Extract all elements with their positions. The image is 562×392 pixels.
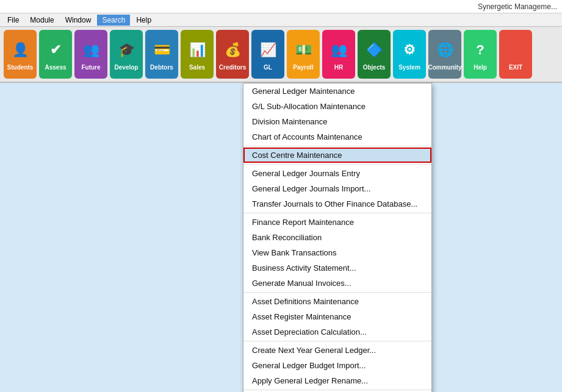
dropdown-item-business-activity[interactable]: Business Activity Statement... xyxy=(243,260,431,276)
sales-icon: 📊 xyxy=(186,38,209,62)
hr-label: HR xyxy=(334,64,343,71)
payroll-icon: 💵 xyxy=(292,38,315,62)
dropdown-item-gl-maintenance[interactable]: General Ledger Maintenance xyxy=(243,84,431,99)
dropdown-item-asset-register[interactable]: Asset Register Maintenance xyxy=(243,309,431,324)
dropdown-item-asset-def[interactable]: Asset Definitions Maintenance xyxy=(243,294,431,309)
toolbar-btn-develop[interactable]: 🎓Develop xyxy=(110,30,143,79)
payroll-label: Payroll xyxy=(293,64,313,71)
hr-icon: 👥 xyxy=(327,38,350,62)
menu-item-file[interactable]: File xyxy=(2,15,24,26)
system-icon: ⚙ xyxy=(398,38,421,62)
menu-bar: FileModuleWindowSearchHelp xyxy=(0,13,562,27)
develop-label: Develop xyxy=(115,64,139,71)
dropdown-separator xyxy=(243,292,431,293)
future-label: Future xyxy=(81,64,100,71)
toolbar-btn-system[interactable]: ⚙System xyxy=(393,30,426,79)
community-label: Community xyxy=(428,64,462,71)
dropdown-separator xyxy=(243,146,431,146)
dropdown-item-division-maint[interactable]: Division Maintenance xyxy=(243,114,431,129)
main-content: General Ledger MaintenanceG/L Sub-Alloca… xyxy=(0,83,562,392)
gl-label: GL xyxy=(264,64,272,71)
assess-icon: ✔ xyxy=(44,38,67,62)
students-icon: 👤 xyxy=(9,38,32,62)
exit-icon xyxy=(504,38,527,62)
toolbar-btn-hr[interactable]: 👥HR xyxy=(322,30,355,79)
dropdown-separator xyxy=(243,390,431,390)
develop-icon: 🎓 xyxy=(115,38,138,62)
dropdown-item-manual-invoices[interactable]: Generate Manual Invoices... xyxy=(243,276,431,291)
toolbar-btn-payroll[interactable]: 💵Payroll xyxy=(287,30,320,79)
dropdown-separator xyxy=(243,213,431,213)
title-bar: Synergetic Manageme... xyxy=(0,0,562,13)
future-icon: 👥 xyxy=(79,38,103,62)
dropdown-item-finance-report[interactable]: Finance Report Maintenance xyxy=(243,215,431,230)
toolbar-btn-gl[interactable]: 📈GL xyxy=(251,30,284,79)
title-text: Synergetic Manageme... xyxy=(478,2,557,11)
creditors-label: Creditors xyxy=(219,64,246,71)
menu-item-module[interactable]: Module xyxy=(25,15,59,26)
dropdown-item-gl-sub-alloc[interactable]: G/L Sub-Allocation Maintenance xyxy=(243,99,431,114)
debtors-label: Debtors xyxy=(150,64,173,71)
help-icon: ? xyxy=(469,38,492,62)
menu-item-search[interactable]: Search xyxy=(97,15,130,26)
objects-icon: 🔷 xyxy=(362,38,386,62)
gl-icon: 📈 xyxy=(256,38,279,62)
dropdown-separator xyxy=(243,164,431,165)
dropdown-item-create-next-year[interactable]: Create Next Year General Ledger... xyxy=(243,343,431,358)
debtors-icon: 💳 xyxy=(150,38,173,62)
toolbar-btn-sales[interactable]: 📊Sales xyxy=(181,30,214,79)
objects-label: Objects xyxy=(363,64,386,71)
creditors-icon: 💰 xyxy=(221,38,244,62)
toolbar: 👤Students✔Assess👥Future🎓Develop💳Debtors📊… xyxy=(0,27,562,83)
help-label: Help xyxy=(474,64,487,71)
dropdown-item-bank-recon[interactable]: Bank Reconciliation xyxy=(243,230,431,245)
community-icon: 🌐 xyxy=(433,38,456,62)
dropdown-item-gl-budget-import[interactable]: General Ledger Budget Import... xyxy=(243,358,431,373)
toolbar-btn-exit[interactable]: EXIT xyxy=(499,30,532,79)
exit-label: EXIT xyxy=(509,64,522,71)
menu-item-window[interactable]: Window xyxy=(60,15,96,26)
toolbar-btn-assess[interactable]: ✔Assess xyxy=(39,30,72,79)
dropdown-item-gl-journals-entry[interactable]: General Ledger Journals Entry xyxy=(243,166,431,181)
sales-label: Sales xyxy=(189,64,205,71)
toolbar-btn-community[interactable]: 🌐Community xyxy=(428,30,461,79)
toolbar-btn-debtors[interactable]: 💳Debtors xyxy=(145,30,178,79)
dropdown-item-transfer-journals[interactable]: Transfer Journals to Other Finance Datab… xyxy=(243,196,431,212)
assess-label: Assess xyxy=(45,64,66,71)
toolbar-btn-future[interactable]: 👥Future xyxy=(74,30,107,79)
students-label: Students xyxy=(7,64,34,71)
toolbar-btn-objects[interactable]: 🔷Objects xyxy=(358,30,391,79)
dropdown-separator xyxy=(243,341,431,341)
dropdown-item-cost-centre[interactable]: Cost Centre Maintenance xyxy=(243,148,431,163)
dropdown-item-asset-depreciation[interactable]: Asset Depreciation Calculation... xyxy=(243,324,431,340)
toolbar-btn-creditors[interactable]: 💰Creditors xyxy=(216,30,249,79)
dropdown-item-gl-journals-import[interactable]: General Ledger Journals Import... xyxy=(243,181,431,196)
dropdown-item-apply-gl-rename[interactable]: Apply General Ledger Rename... xyxy=(243,373,431,388)
dropdown-menu: General Ledger MaintenanceG/L Sub-Alloca… xyxy=(243,83,432,392)
toolbar-btn-students[interactable]: 👤Students xyxy=(4,30,37,79)
toolbar-btn-help[interactable]: ?Help xyxy=(464,30,497,79)
dropdown-item-view-bank[interactable]: View Bank Transactions xyxy=(243,245,431,260)
menu-item-help[interactable]: Help xyxy=(131,15,156,26)
system-label: System xyxy=(398,64,420,71)
dropdown-item-chart-accounts[interactable]: Chart of Accounts Maintenance xyxy=(243,129,431,144)
